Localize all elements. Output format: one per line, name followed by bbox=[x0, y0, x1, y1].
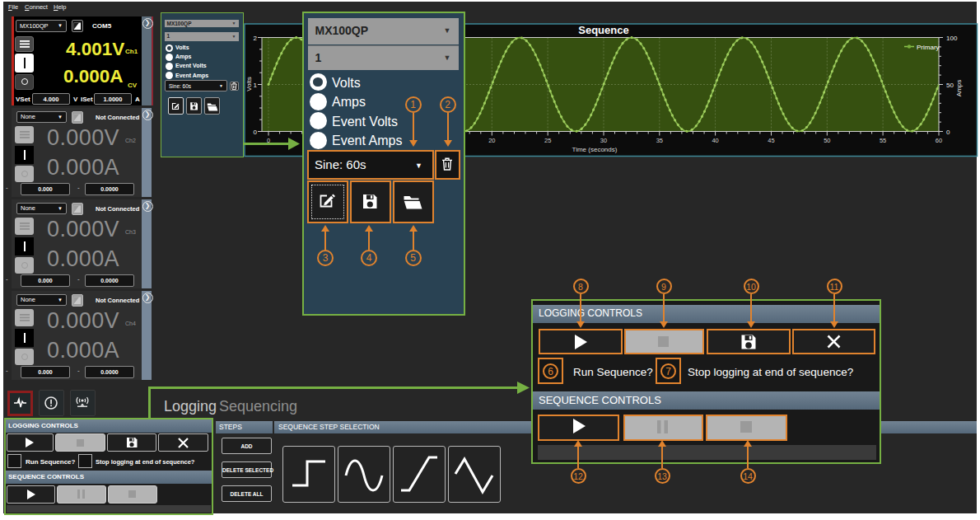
svg-text:Amps: Amps bbox=[955, 79, 963, 96]
svg-text:40: 40 bbox=[712, 137, 718, 144]
svg-text:Primary: Primary bbox=[917, 43, 940, 50]
svg-text:60: 60 bbox=[936, 137, 942, 144]
svg-text:Time (seconds): Time (seconds) bbox=[572, 146, 618, 153]
svg-text:20: 20 bbox=[488, 137, 495, 144]
svg-text:25: 25 bbox=[544, 137, 551, 144]
svg-text:2: 2 bbox=[254, 34, 258, 41]
svg-text:50: 50 bbox=[824, 137, 830, 144]
svg-text:30: 30 bbox=[600, 137, 607, 144]
svg-text:45: 45 bbox=[768, 137, 774, 144]
svg-text:50: 50 bbox=[946, 81, 954, 88]
svg-text:0: 0 bbox=[254, 128, 258, 135]
svg-text:1: 1 bbox=[254, 81, 258, 88]
svg-text:100: 100 bbox=[946, 34, 958, 41]
svg-text:35: 35 bbox=[656, 137, 663, 144]
svg-text:55: 55 bbox=[880, 137, 886, 144]
svg-text:Volts: Volts bbox=[245, 77, 253, 91]
svg-text:0: 0 bbox=[946, 128, 950, 135]
svg-text:Sequence: Sequence bbox=[578, 24, 628, 36]
